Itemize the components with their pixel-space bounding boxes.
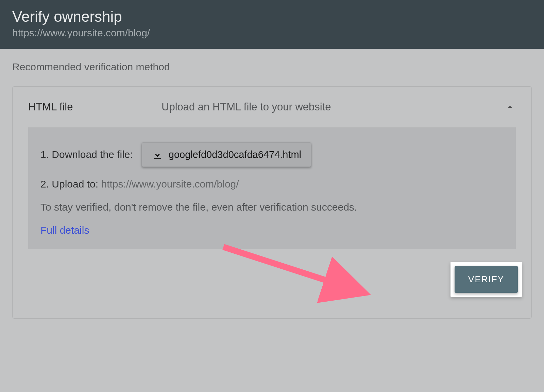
step-download-label: 1. Download the file: xyxy=(40,149,133,160)
step-upload-target: https://www.yoursite.com/blog/ xyxy=(101,178,239,190)
download-icon xyxy=(152,149,163,160)
verification-method-panel: HTML file Upload an HTML file to your we… xyxy=(12,86,532,319)
panel-body: 1. Download the file: googlefd0d3d0cafda… xyxy=(28,127,516,249)
download-file-button[interactable]: googlefd0d3d0cafda6474.html xyxy=(142,142,311,167)
panel-header[interactable]: HTML file Upload an HTML file to your we… xyxy=(13,87,531,127)
section-label: Recommended verification method xyxy=(12,61,532,73)
method-description: Upload an HTML file to your website xyxy=(162,101,504,113)
verify-button[interactable]: VERIFY xyxy=(455,266,518,293)
verification-hint: To stay verified, don't remove the file,… xyxy=(40,201,504,213)
dialog-subtitle-url: https://www.yoursite.com/blog/ xyxy=(12,27,532,39)
panel-footer: VERIFY xyxy=(13,261,531,318)
svg-line-0 xyxy=(223,247,359,291)
dialog-header: Verify ownership https://www.yoursite.co… xyxy=(0,0,544,49)
chevron-up-icon[interactable] xyxy=(504,101,516,113)
download-filename: googlefd0d3d0cafda6474.html xyxy=(169,149,301,160)
method-name: HTML file xyxy=(28,101,162,113)
dialog-content: Recommended verification method HTML fil… xyxy=(0,49,544,319)
step-upload-label: 2. Upload to: xyxy=(40,178,101,190)
verify-highlight-box: VERIFY xyxy=(451,262,522,297)
step-download: 1. Download the file: googlefd0d3d0cafda… xyxy=(40,142,504,167)
dialog-title: Verify ownership xyxy=(12,8,532,25)
full-details-link[interactable]: Full details xyxy=(40,225,504,236)
annotation-arrow xyxy=(220,244,380,316)
step-upload: 2. Upload to: https://www.yoursite.com/b… xyxy=(40,178,504,190)
